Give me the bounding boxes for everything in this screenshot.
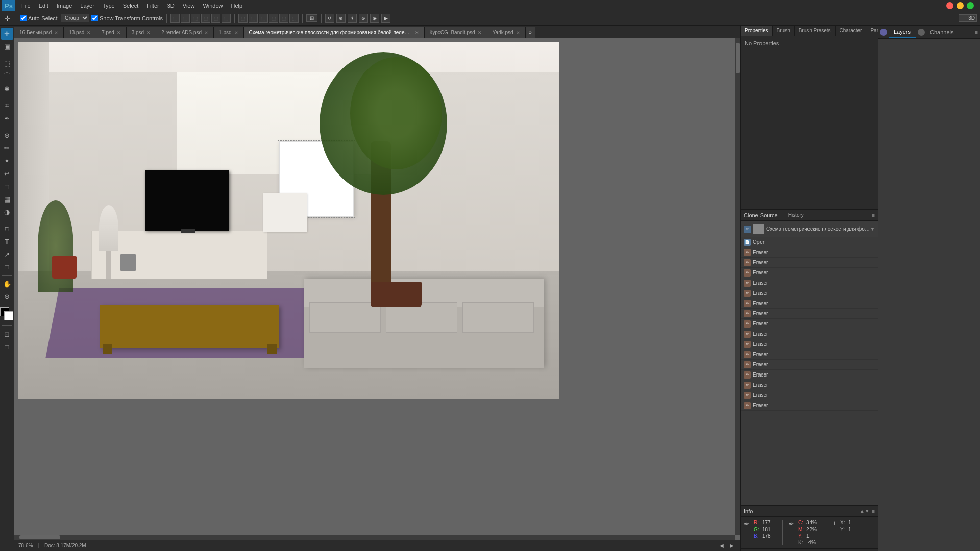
window-max-btn[interactable] <box>967 2 974 9</box>
history-item-15[interactable]: ✏ Eraser <box>741 390 878 400</box>
tab-8[interactable]: Yarik.psd ✕ <box>487 27 526 38</box>
tab-4-close[interactable]: ✕ <box>204 30 208 35</box>
hand-tool-btn[interactable]: ✋ <box>1 278 13 290</box>
align-left-icon[interactable]: ⬚ <box>170 14 180 23</box>
canvas-area[interactable] <box>14 38 740 540</box>
canvas-hscrollbar[interactable] <box>14 535 735 540</box>
history-item-9[interactable]: ✏ Eraser <box>741 329 878 339</box>
tab-brush-presets[interactable]: Brush Presets <box>795 26 836 36</box>
light-icon[interactable]: ☀ <box>348 14 357 23</box>
camera-icon[interactable]: ⊕ <box>336 14 346 23</box>
history-item-1[interactable]: ✏ Eraser <box>741 247 878 258</box>
align-right-icon[interactable]: ⬚ <box>191 14 200 23</box>
history-item-7[interactable]: ✏ Eraser <box>741 309 878 319</box>
healing-tool-btn[interactable]: ⊕ <box>1 129 13 141</box>
align-middle-v-icon[interactable]: ⬚ <box>211 14 220 23</box>
canvas-vscroll-thumb[interactable] <box>736 43 740 73</box>
history-item-16[interactable]: ✏ Eraser <box>741 400 878 411</box>
menu-image[interactable]: Image <box>53 2 77 10</box>
align-center-h-icon[interactable]: ⬚ <box>181 14 190 23</box>
type-tool-btn[interactable]: T <box>1 235 13 247</box>
history-item-12[interactable]: ✏ Eraser <box>741 360 878 370</box>
tab-1-close[interactable]: ✕ <box>87 30 91 35</box>
tab-7-close[interactable]: ✕ <box>478 30 482 35</box>
menu-3d[interactable]: 3D <box>163 2 179 10</box>
canvas-hscroll-thumb[interactable] <box>19 535 60 539</box>
history-item-3[interactable]: ✏ Eraser <box>741 268 878 278</box>
menu-file[interactable]: File <box>17 2 35 10</box>
tab-layers[interactable]: Layers <box>889 27 916 38</box>
path-select-tool-btn[interactable]: ↗ <box>1 248 13 260</box>
lasso-tool-btn[interactable]: ⌒ <box>1 70 13 82</box>
mesh-icon[interactable]: ⊗ <box>359 14 368 23</box>
history-item-5[interactable]: ✏ Eraser <box>741 288 878 298</box>
auto-select-checkbox[interactable]: Auto-Select: <box>20 15 59 21</box>
tab-0-close[interactable]: ✕ <box>54 30 58 35</box>
shape-tool-btn[interactable]: □ <box>1 261 13 273</box>
dodge-tool-btn[interactable]: ◑ <box>1 206 13 218</box>
color-picker-area[interactable] <box>0 307 14 323</box>
eraser-tool-btn[interactable]: ◻ <box>1 180 13 192</box>
auto-select-input[interactable] <box>20 15 27 21</box>
layers-list[interactable] <box>878 39 980 551</box>
show-transform-input[interactable] <box>91 15 98 21</box>
canvas-vscrollbar[interactable] <box>735 38 740 535</box>
history-item-10[interactable]: ✏ Eraser <box>741 339 878 349</box>
crop-tool-btn[interactable]: ⌗ <box>1 99 13 112</box>
menu-edit[interactable]: Edit <box>35 2 53 10</box>
tab-1[interactable]: 13.psd ✕ <box>64 27 96 38</box>
tabs-overflow-btn[interactable]: » <box>526 27 535 38</box>
history-item-4[interactable]: ✏ Eraser <box>741 278 878 288</box>
tab-brush[interactable]: Brush <box>773 26 795 36</box>
show-transform-checkbox[interactable]: Show Transform Controls <box>91 15 163 21</box>
tab-properties[interactable]: Properties <box>741 26 773 36</box>
tab-6-active[interactable]: Схема геометрические плоскости для форми… <box>244 27 425 38</box>
menu-help[interactable]: Help <box>227 2 247 10</box>
dist-top-icon[interactable]: ⬚ <box>269 14 278 23</box>
history-panel-menu-icon[interactable]: ≡ <box>872 212 875 218</box>
statusbar-right-arrow[interactable]: ▶ <box>728 542 736 550</box>
eyedropper-tool-btn[interactable]: ✒ <box>1 112 13 124</box>
history-item-14[interactable]: ✏ Eraser <box>741 380 878 390</box>
tab-4[interactable]: 2 render ADS.psd ✕ <box>156 27 214 38</box>
dist-bottom-icon[interactable]: ⬚ <box>289 14 299 23</box>
3d-value-input[interactable] <box>959 14 977 22</box>
brush-tool-btn[interactable]: ✏ <box>1 142 13 154</box>
tab-7[interactable]: КурсCG_Bandit.psd ✕ <box>425 27 487 38</box>
marquee-tool-btn[interactable]: ⬚ <box>1 57 13 69</box>
clone-tool-btn[interactable]: ✦ <box>1 155 13 167</box>
rotate-icon[interactable]: ↺ <box>325 14 334 23</box>
history-item-open[interactable]: 📄 Open <box>741 237 878 247</box>
tab-2[interactable]: 7.psd ✕ <box>96 27 126 38</box>
align-bottom-icon[interactable]: ⬚ <box>222 14 231 23</box>
history-item-13[interactable]: ✏ Eraser <box>741 370 878 380</box>
history-brush-tool-btn[interactable]: ↩ <box>1 167 13 180</box>
history-items-list[interactable]: 📄 Open ✏ Eraser ✏ Eraser ✏ Eraser ✏ E <box>741 237 878 505</box>
dist-middle-v-icon[interactable]: ⬚ <box>279 14 288 23</box>
material-icon[interactable]: ◉ <box>370 14 379 23</box>
move-tool-btn[interactable]: ✛ <box>1 28 13 40</box>
layers-panel-menu-icon[interactable]: ≡ <box>975 29 978 35</box>
auto-select-type-select[interactable]: Group Layer <box>61 14 89 22</box>
dist-right-icon[interactable]: ⬚ <box>259 14 268 23</box>
screen-mode-btn[interactable]: □ <box>1 341 13 353</box>
history-item-6[interactable]: ✏ Eraser <box>741 298 878 309</box>
background-color-box[interactable] <box>4 311 13 320</box>
info-expand-btn[interactable]: ▲▼ <box>860 508 870 514</box>
menu-view[interactable]: View <box>179 2 199 10</box>
statusbar-left-arrow[interactable]: ◀ <box>718 542 726 550</box>
history-tab[interactable]: History <box>784 210 808 220</box>
history-item-8[interactable]: ✏ Eraser <box>741 319 878 329</box>
zoom-tool-btn[interactable]: ⊕ <box>1 290 13 303</box>
quick-mask-btn[interactable]: ⊡ <box>1 328 13 340</box>
gradient-tool-btn[interactable]: ▦ <box>1 193 13 205</box>
quick-select-tool-btn[interactable]: ✱ <box>1 83 13 95</box>
window-min-btn[interactable] <box>957 2 964 9</box>
tab-5[interactable]: 1.psd ✕ <box>214 27 243 38</box>
tab-character[interactable]: Character <box>836 26 867 36</box>
menu-select[interactable]: Select <box>119 2 143 10</box>
artboard-tool-btn[interactable]: ▣ <box>1 40 13 53</box>
menu-type[interactable]: Type <box>99 2 119 10</box>
pen-tool-btn[interactable]: ⌑ <box>1 222 13 235</box>
info-panel-menu[interactable]: ≡ <box>872 508 875 514</box>
